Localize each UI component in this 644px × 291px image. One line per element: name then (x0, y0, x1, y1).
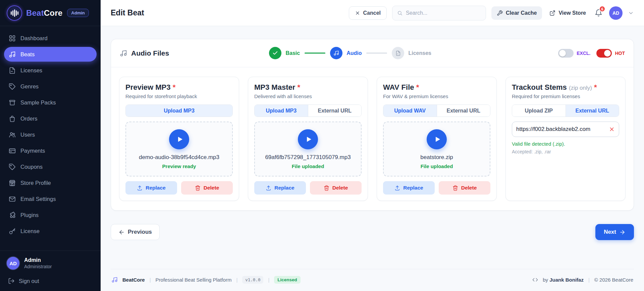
hot-toggle[interactable]: HOT (596, 49, 625, 58)
replace-button[interactable]: Replace (125, 181, 177, 195)
file-dropzone[interactable]: beatstore.zip File uploaded (383, 122, 490, 176)
next-button[interactable]: Next (595, 224, 634, 240)
music-note-icon (330, 47, 342, 59)
sidebar-item-payments[interactable]: Payments (4, 143, 97, 158)
delete-button[interactable]: Delete (181, 181, 233, 195)
panel-header: Audio Files Basic Audio Licen (111, 39, 634, 67)
clear-url-icon[interactable] (609, 126, 615, 132)
search-input[interactable] (406, 10, 481, 16)
sidebar-item-dashboard[interactable]: Dashboard (4, 31, 97, 46)
sidebar-item-licenses[interactable]: Licenses (4, 63, 97, 78)
trash-icon (324, 185, 329, 191)
clear-cache-button[interactable]: Clear Cache (491, 6, 542, 20)
tab-upload-mp3[interactable]: Upload MP3 (126, 105, 232, 117)
sidebar-item-plugins[interactable]: Plugins (4, 208, 97, 222)
sidebar-item-genres[interactable]: Genres (4, 79, 97, 94)
user-name: Admin (24, 257, 52, 263)
wizard-pager: Previous Next (111, 224, 634, 240)
file-name: demo-audio-38b9f54cd4ce.mp3 (139, 154, 219, 161)
external-url-field (512, 122, 619, 137)
close-icon (355, 10, 360, 16)
validation-message: Valid file detected (.zip). (512, 141, 619, 147)
audio-files-panel: Audio Files Basic Audio Licen (111, 39, 634, 211)
content: Audio Files Basic Audio Licen (101, 26, 644, 291)
admin-badge: Admin (67, 9, 89, 17)
check-icon (269, 47, 281, 59)
upload-tabs: Upload WAV External URL (383, 104, 490, 117)
toggle-on-switch[interactable] (596, 49, 612, 58)
view-store-button[interactable]: View Store (547, 7, 588, 19)
tab-upload-zip[interactable]: Upload ZIP (512, 105, 566, 117)
file-dropzone[interactable]: 69af6fb757298_1773105079.mp3 File upload… (254, 122, 362, 176)
card-subtitle: For WAV & premium licenses (383, 93, 490, 99)
notification-count-badge: 6 (599, 6, 605, 12)
tab-external-url[interactable]: External URL (308, 105, 362, 117)
play-icon (305, 135, 313, 143)
play-button[interactable] (427, 129, 447, 149)
code-icon (532, 277, 538, 283)
file-dropzone[interactable]: demo-audio-38b9f54cd4ce.mp3 Preview read… (125, 122, 233, 176)
toggle-off-switch[interactable] (558, 49, 574, 58)
exclusive-toggle[interactable]: EXCL. (558, 49, 590, 58)
preview-mp3-card: Preview MP3 * Required for storefront pl… (119, 77, 239, 201)
section-title: Audio Files (131, 49, 169, 57)
chevron-down-icon[interactable] (628, 10, 634, 16)
brand-header: BeatCore Admin (0, 0, 101, 26)
file-status: File uploaded (292, 163, 324, 169)
storefront-icon (9, 179, 16, 187)
step-basic[interactable]: Basic (269, 47, 300, 59)
avatar: AD (6, 256, 20, 270)
play-button[interactable] (298, 129, 318, 149)
step-audio[interactable]: Audio (330, 47, 362, 59)
sidebar-item-users[interactable]: Users (4, 127, 97, 142)
cancel-button[interactable]: Cancel (349, 6, 387, 20)
replace-button[interactable]: Replace (254, 181, 306, 195)
sidebar-item-email-settings[interactable]: Email Settings (4, 192, 97, 206)
step-connector (305, 53, 325, 54)
sidebar-user-area: AD Admin Administrator Sign out (0, 250, 101, 291)
file-cards-grid: Preview MP3 * Required for storefront pl… (111, 67, 634, 210)
sidebar-item-orders[interactable]: Orders (4, 111, 97, 126)
tab-external-url[interactable]: External URL (566, 105, 619, 117)
previous-button[interactable]: Previous (111, 224, 160, 240)
trackout-stems-card: Trackout Stems (zip only) * Required for… (505, 77, 626, 201)
notifications-button[interactable]: 6 (593, 8, 604, 18)
footer-credit: by Juank Bonifaz (543, 277, 584, 283)
card-subtitle: Required for premium licenses (512, 93, 619, 99)
header-avatar[interactable]: AD (609, 6, 623, 20)
arrow-right-icon (619, 229, 626, 235)
card-title: MP3 Master * (254, 83, 362, 92)
play-button[interactable] (169, 129, 189, 149)
dashboard-icon (9, 35, 16, 42)
upload-icon (394, 185, 400, 191)
sidebar-item-store-profile[interactable]: Store Profile (4, 175, 97, 190)
sidebar-item-beats[interactable]: Beats (4, 47, 97, 62)
brand-name: BeatCore (26, 8, 62, 18)
external-url-input[interactable] (516, 126, 606, 133)
card-title: Preview MP3 * (125, 83, 233, 92)
wav-file-card: WAV File * For WAV & premium licenses Up… (377, 77, 497, 201)
tab-upload-wav[interactable]: Upload WAV (383, 105, 437, 117)
box-icon (9, 99, 16, 106)
key-icon (9, 228, 16, 235)
music-note-icon (9, 51, 16, 58)
file-status: Preview ready (162, 163, 196, 169)
topbar: Edit Beat Cancel Clear Cache View Store … (101, 0, 644, 26)
replace-button[interactable]: Replace (383, 181, 435, 195)
sidebar-item-sample-packs[interactable]: Sample Packs (4, 95, 97, 110)
play-icon (433, 135, 441, 143)
credit-card-icon (9, 147, 16, 154)
step-licenses[interactable]: Licenses (392, 47, 431, 59)
user-profile[interactable]: AD Admin Administrator (6, 256, 95, 270)
sidebar-item-license[interactable]: License (4, 224, 97, 238)
trash-icon (452, 185, 458, 191)
sign-out-button[interactable]: Sign out (6, 276, 95, 287)
delete-button[interactable]: Delete (310, 181, 362, 195)
music-note-icon (111, 277, 118, 283)
delete-button[interactable]: Delete (439, 181, 490, 195)
tab-upload-mp3[interactable]: Upload MP3 (255, 105, 308, 117)
upload-tabs: Upload MP3 (125, 104, 233, 117)
sidebar-item-coupons[interactable]: Coupons (4, 159, 97, 174)
tag-icon (9, 163, 16, 170)
tab-external-url[interactable]: External URL (437, 105, 490, 117)
